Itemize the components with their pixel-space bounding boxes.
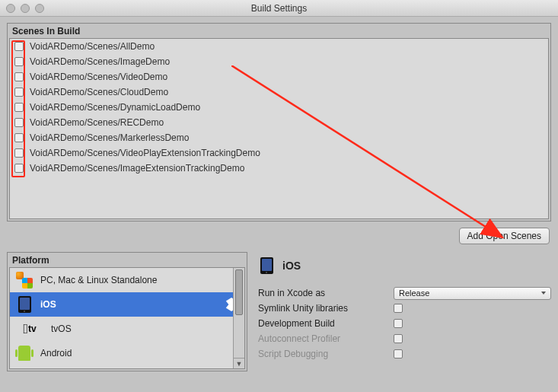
scene-path-label: VoidARDemo/Scenes/MarkerlessDemo <box>30 132 189 143</box>
scene-row[interactable]: VoidARDemo/Scenes/CloudDemo <box>10 84 548 100</box>
setting-checkbox <box>394 334 403 343</box>
scene-checkbox[interactable] <box>14 57 24 66</box>
zoom-window-button[interactable] <box>35 4 44 13</box>
platform-row-android[interactable]: Android <box>10 341 244 365</box>
window-titlebar: Build Settings <box>0 0 558 17</box>
scene-row[interactable]: VoidARDemo/Scenes/DynamicLoadDemo <box>10 100 548 115</box>
platform-detail-panel: iOS Run in Xcode asReleaseSymlink Unity … <box>258 252 551 371</box>
platform-row-ios[interactable]: iOS <box>10 292 244 317</box>
scene-row[interactable]: VoidARDemo/Scenes/MarkerlessDemo <box>10 130 548 145</box>
scene-checkbox[interactable] <box>14 118 24 127</box>
platform-row-tvos[interactable]: tvtvOS <box>10 317 244 341</box>
scene-path-label: VoidARDemo/Scenes/DynamicLoadDemo <box>30 102 200 113</box>
platform-label: Android <box>40 348 238 359</box>
scene-row[interactable]: VoidARDemo/Scenes/ImageExtensionTracking… <box>10 161 548 176</box>
platform-detail-icon <box>258 257 275 274</box>
scenes-list[interactable]: VoidARDemo/Scenes/AllDemoVoidARDemo/Scen… <box>9 38 549 219</box>
platform-row-pc-mac-linux-standalone[interactable]: PC, Mac & Linux Standalone <box>10 268 244 292</box>
setting-label: Run in Xcode as <box>258 288 394 298</box>
setting-label: Symlink Unity libraries <box>258 303 394 314</box>
scene-checkbox[interactable] <box>14 103 24 112</box>
tablet-icon <box>16 296 33 313</box>
scenes-panel-label: Scenes In Build <box>8 24 550 38</box>
scene-row[interactable]: VoidARDemo/Scenes/RECDemo <box>10 115 548 130</box>
setting-row: Development Build <box>258 316 551 331</box>
scene-checkbox[interactable] <box>14 164 24 173</box>
scene-path-label: VoidARDemo/Scenes/VideoDemo <box>30 72 167 82</box>
scene-path-label: VoidARDemo/Scenes/RECDemo <box>30 117 164 128</box>
platform-panel-label: Platform <box>8 253 247 267</box>
scene-checkbox[interactable] <box>14 148 24 158</box>
platform-detail-title: iOS <box>282 260 301 272</box>
setting-row: Autoconnect Profiler <box>258 331 551 346</box>
scene-path-label: VoidARDemo/Scenes/VideoPlayExtensionTrac… <box>30 148 260 158</box>
window-title: Build Settings <box>0 3 558 14</box>
setting-checkbox[interactable] <box>394 319 403 328</box>
scene-row[interactable]: VoidARDemo/Scenes/VideoPlayExtensionTrac… <box>10 145 548 161</box>
setting-row: Script Debugging <box>258 346 551 362</box>
scene-row[interactable]: VoidARDemo/Scenes/AllDemo <box>10 39 548 54</box>
scene-row[interactable]: VoidARDemo/Scenes/ImageDemo <box>10 54 548 69</box>
traffic-lights <box>6 4 44 13</box>
scene-checkbox[interactable] <box>14 42 24 51</box>
setting-row: Run in Xcode asRelease <box>258 285 551 301</box>
scene-checkbox[interactable] <box>14 72 24 81</box>
scene-row[interactable]: VoidARDemo/Scenes/VideoDemo <box>10 69 548 84</box>
setting-label: Script Debugging <box>258 349 394 359</box>
setting-label: Autoconnect Profiler <box>258 333 394 344</box>
setting-label: Development Build <box>258 318 394 329</box>
close-window-button[interactable] <box>6 4 15 13</box>
scene-checkbox[interactable] <box>14 133 24 142</box>
android-icon <box>16 345 33 362</box>
appletv-icon: tv <box>16 320 43 337</box>
scene-path-label: VoidARDemo/Scenes/ImageExtensionTracking… <box>30 163 244 174</box>
platform-scrollbar[interactable]: ▼ <box>233 268 244 368</box>
platform-list[interactable]: PC, Mac & Linux StandaloneiOStvtvOSAndr… <box>9 267 245 369</box>
add-open-scenes-button[interactable]: Add Open Scenes <box>459 228 550 244</box>
platform-label: PC, Mac & Linux Standalone <box>40 275 238 285</box>
run-in-xcode-select[interactable]: Release <box>394 287 551 300</box>
setting-checkbox <box>394 349 403 359</box>
minimize-window-button[interactable] <box>21 4 30 13</box>
platform-label: iOS <box>40 299 217 310</box>
scene-checkbox[interactable] <box>14 88 24 97</box>
setting-checkbox[interactable] <box>394 304 403 313</box>
setting-row: Symlink Unity libraries <box>258 301 551 316</box>
scene-path-label: VoidARDemo/Scenes/CloudDemo <box>30 87 168 97</box>
scene-path-label: VoidARDemo/Scenes/ImageDemo <box>30 56 170 67</box>
scenes-in-build-panel: Scenes In Build VoidARDemo/Scenes/AllDem… <box>7 23 551 221</box>
scrollbar-down-button[interactable]: ▼ <box>234 358 244 368</box>
platform-label: tvOS <box>51 323 238 334</box>
pc-icon <box>16 272 33 288</box>
platform-panel: Platform PC, Mac & Linux StandaloneiOSt… <box>7 252 247 371</box>
scene-path-label: VoidARDemo/Scenes/AllDemo <box>30 41 155 52</box>
scrollbar-thumb[interactable] <box>235 269 243 315</box>
